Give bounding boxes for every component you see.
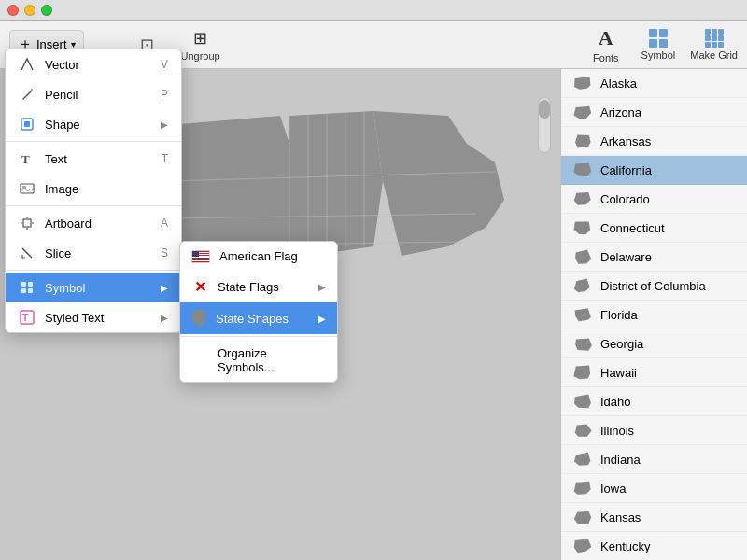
menu-item-state-flags[interactable]: ✕ State Flags ▶ [180, 271, 337, 302]
state-name-label: Illinois [600, 424, 634, 438]
state-list-item-connecticut[interactable]: Connecticut [561, 214, 747, 243]
state-list-item-hawaii[interactable]: Hawaii [561, 358, 747, 387]
state-shape-thumb-2 [572, 133, 593, 149]
state-list-item-california[interactable]: California [561, 156, 747, 185]
fonts-button[interactable]: A Fonts [585, 22, 627, 67]
slice-shortcut: S [161, 246, 168, 259]
state-list-item-idaho[interactable]: Idaho [561, 387, 747, 416]
state-list-item-georgia[interactable]: Georgia [561, 329, 747, 358]
pencil-shortcut: P [161, 88, 168, 101]
state-list-item-delaware[interactable]: Delaware [561, 243, 747, 272]
menu-item-state-shapes[interactable]: State Shapes ▶ [180, 302, 337, 334]
artboard-label: Artboard [45, 217, 151, 231]
menu-item-text[interactable]: T Text T [6, 144, 181, 174]
state-shape-thumb-5 [572, 219, 593, 236]
scroll-thumb[interactable] [539, 100, 550, 119]
text-label: Text [45, 152, 152, 166]
state-list-item-florida[interactable]: Florida [561, 301, 747, 329]
pencil-icon [19, 86, 35, 103]
menu-item-slice[interactable]: Slice S [6, 238, 181, 268]
state-list-item-arkansas[interactable]: Arkansas [561, 127, 747, 156]
shape-arrow-icon: ▶ [161, 119, 168, 130]
state-name-label: Colorado [600, 192, 650, 206]
styled-text-label: Styled Text [45, 311, 151, 325]
svg-text:T: T [21, 152, 30, 166]
state-list-item-alaska[interactable]: Alaska [561, 69, 747, 98]
state-flags-label: State Flags [218, 280, 309, 294]
state-shapes-arrow-icon: ▶ [318, 314, 326, 324]
state-shape-thumb-4 [572, 190, 593, 207]
state-shapes-icon [191, 310, 206, 327]
fullscreen-button[interactable] [41, 5, 52, 16]
image-label: Image [45, 182, 168, 196]
state-list-item-iowa[interactable]: Iowa [561, 474, 747, 503]
ungroup-label: Ungroup [181, 50, 220, 62]
state-name-label: Idaho [600, 395, 631, 409]
menu-item-styled-text[interactable]: T Styled Text ▶ [6, 302, 181, 332]
text-icon: T [19, 150, 35, 167]
state-list-item-indiana[interactable]: Indiana [561, 445, 747, 474]
vector-icon [19, 56, 35, 73]
svg-rect-14 [28, 282, 33, 287]
menu-item-organize[interactable]: Organize Symbols... [180, 339, 337, 382]
american-flag-icon [191, 250, 210, 263]
state-name-label: Delaware [600, 250, 652, 264]
svg-text:T: T [22, 313, 28, 323]
symbol-label: Symbol [641, 49, 676, 61]
state-name-label: Arkansas [600, 134, 651, 148]
slice-label: Slice [45, 246, 151, 260]
state-list-item-arizona[interactable]: Arizona [561, 98, 747, 127]
state-list-item-kentucky[interactable]: Kentucky [561, 532, 747, 560]
primary-menu: Vector V Pencil P Shape ▶ T Text T [5, 49, 182, 333]
state-shape-thumb-11 [572, 393, 593, 410]
state-shape-thumb-16 [572, 538, 593, 554]
menu-item-shape[interactable]: Shape ▶ [6, 109, 181, 139]
symbol-arrow-icon: ▶ [161, 283, 168, 293]
text-shortcut: T [162, 152, 168, 165]
state-shapes-label: State Shapes [216, 312, 309, 326]
menu-item-symbol[interactable]: Symbol ▶ [6, 273, 181, 302]
state-list-item-district-of-columbia[interactable]: District of Columbia [561, 272, 747, 301]
state-shape-thumb-12 [572, 422, 593, 439]
close-button[interactable] [7, 5, 19, 16]
menu-item-pencil[interactable]: Pencil P [6, 79, 181, 109]
organize-label: Organize Symbols... [191, 346, 326, 374]
artboard-shortcut: A [161, 217, 168, 230]
symbol-menu-icon [19, 279, 35, 296]
divider-1 [6, 141, 181, 142]
state-shape-thumb-3 [572, 161, 593, 178]
state-shape-thumb-9 [572, 335, 593, 352]
state-list-item-colorado[interactable]: Colorado [561, 185, 747, 214]
shape-icon [19, 116, 35, 133]
state-shape-thumb-7 [572, 277, 593, 294]
divider-organize [180, 336, 337, 337]
state-name-label: Alaska [600, 77, 637, 91]
svg-rect-16 [28, 288, 33, 293]
state-name-label: Florida [600, 308, 638, 322]
make-grid-button[interactable]: Make Grid [690, 29, 738, 61]
symbol-button[interactable]: Symbol [641, 29, 676, 61]
state-name-label: Connecticut [600, 221, 665, 235]
svg-rect-7 [23, 219, 31, 227]
menu-item-artboard[interactable]: Artboard A [6, 208, 181, 238]
menu-item-image[interactable]: Image [6, 174, 181, 203]
state-list-item-illinois[interactable]: Illinois [561, 416, 747, 445]
vector-shortcut: V [161, 58, 168, 71]
state-name-label: Arizona [600, 105, 641, 119]
menu-item-american-flag[interactable]: American Flag [180, 242, 337, 271]
fonts-icon: A [599, 26, 613, 50]
menu-item-vector[interactable]: Vector V [6, 49, 181, 79]
state-name-label: California [600, 163, 652, 177]
shape-label: Shape [45, 118, 151, 132]
state-flags-icon: ✕ [191, 278, 208, 295]
fonts-label: Fonts [593, 52, 619, 63]
state-name-label: Indiana [600, 453, 641, 467]
state-shape-thumb-13 [572, 451, 593, 468]
state-shape-thumb-6 [572, 248, 593, 265]
secondary-menu: American Flag ✕ State Flags ▶ State Shap… [179, 241, 338, 383]
styled-text-icon: T [19, 309, 35, 326]
artboard-icon [19, 215, 35, 231]
state-list-item-kansas[interactable]: Kansas [561, 503, 747, 532]
minimize-button[interactable] [24, 5, 35, 16]
right-panel: AlaskaArizonaArkansasCaliforniaColoradoC… [560, 69, 747, 560]
